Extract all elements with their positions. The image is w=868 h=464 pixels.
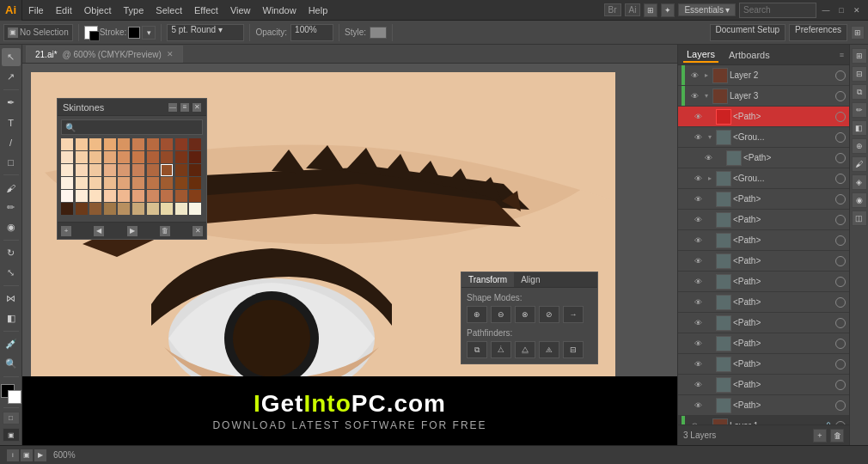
color-swatch[interactable] (147, 190, 159, 202)
layer-item[interactable]: 👁<Path> (678, 354, 849, 375)
layer-item[interactable]: 👁<Path> (678, 272, 849, 292)
minimize-button[interactable]: — (820, 4, 832, 16)
layer-item[interactable]: 👁▾Layer 3 (678, 86, 849, 107)
appearance-panel-button[interactable]: ◫ (852, 211, 867, 226)
pathfinder-trim-button[interactable]: ⧉ (467, 341, 487, 358)
align-tab[interactable]: Align (514, 272, 547, 287)
menu-help[interactable]: Help (303, 0, 334, 21)
style-swatch[interactable] (370, 27, 387, 39)
gradient-panel-button[interactable]: ◧ (852, 120, 867, 136)
stroke-dropdown[interactable]: ▾ (142, 26, 156, 40)
delete-layer-button[interactable]: 🗑 (830, 429, 844, 443)
shape-intersect-button[interactable]: ⊗ (515, 306, 535, 323)
add-swatch-button[interactable]: + (61, 226, 71, 236)
skintones-search-input[interactable] (61, 119, 203, 135)
layer-item[interactable]: 👁▾<Grou... (678, 127, 849, 148)
rect-tool-button[interactable]: □ (2, 153, 21, 171)
rotate-tool-button[interactable]: ↻ (2, 244, 21, 262)
layer-expand-button[interactable]: ▾ (702, 92, 711, 101)
color-swatch[interactable] (132, 138, 144, 150)
layer-target-indicator[interactable] (835, 256, 846, 266)
line-tool-button[interactable]: / (2, 133, 21, 151)
layer-expand-button[interactable] (716, 154, 724, 162)
layer-expand-button[interactable] (706, 113, 714, 121)
layer-expand-button[interactable] (706, 339, 714, 348)
color-swatch[interactable] (147, 164, 159, 176)
artboards-tab[interactable]: Artboards (725, 48, 773, 62)
layer-target-indicator[interactable] (835, 70, 846, 81)
color-swatch[interactable] (104, 151, 116, 163)
menu-type[interactable]: Type (118, 0, 150, 21)
layer-visibility-button[interactable]: 👁 (688, 70, 700, 82)
layer-visibility-button[interactable]: 👁 (692, 379, 704, 391)
layer-item[interactable]: 👁<Path> (678, 313, 849, 333)
color-swatch[interactable] (76, 164, 88, 176)
color-swatch[interactable] (89, 151, 101, 163)
menu-edit[interactable]: Edit (50, 0, 78, 21)
layer-target-indicator[interactable] (835, 112, 846, 122)
blend-tool-button[interactable]: ⋈ (2, 290, 21, 308)
color-swatch[interactable] (104, 203, 116, 215)
layer-item[interactable]: 👁<Path> (678, 292, 849, 313)
menu-file[interactable]: File (22, 0, 50, 21)
layer-item[interactable]: 👁<Path> (678, 107, 849, 127)
layer-expand-button[interactable]: ▸ (706, 174, 714, 183)
color-swatch[interactable] (161, 190, 173, 202)
status-more-button[interactable]: ▶ (34, 449, 46, 461)
layer-expand-button[interactable] (706, 278, 714, 286)
transform-panel-button[interactable]: ⊞ (852, 48, 867, 64)
layer-expand-button[interactable]: ▾ (706, 133, 714, 142)
color-swatch[interactable] (118, 164, 130, 176)
layer-visibility-button[interactable]: 👁 (692, 338, 704, 350)
color-swatch[interactable] (132, 151, 144, 163)
color-swatch[interactable] (189, 203, 201, 215)
pathfinder-merge-button[interactable]: ⧊ (491, 341, 511, 358)
drawing-mode-button[interactable]: □ (3, 412, 20, 424)
panel-close-button[interactable]: ✕ (193, 103, 201, 112)
layer-expand-button[interactable] (706, 319, 714, 327)
menu-select[interactable]: Select (150, 0, 188, 21)
color-swatch[interactable] (104, 177, 116, 189)
layers-tab[interactable]: Layers (683, 47, 718, 63)
layers-list[interactable]: 👁▸Layer 2👁▾Layer 3👁<Path>👁▾<Grou...👁<Pat… (678, 65, 849, 424)
status-info-button[interactable]: i (7, 449, 19, 461)
pen-tool-button[interactable]: ✒ (2, 94, 21, 112)
color-swatch[interactable] (61, 203, 73, 215)
pathfinder-minus-button[interactable]: ⊟ (563, 341, 584, 358)
layer-expand-button[interactable]: ▸ (702, 71, 711, 80)
color-swatch[interactable] (76, 177, 88, 189)
color-swatch[interactable] (76, 203, 88, 215)
color-swatch[interactable] (89, 164, 101, 176)
layer-visibility-button[interactable]: 👁 (702, 152, 714, 164)
color-swatch[interactable] (175, 164, 187, 176)
shape-add-button[interactable]: ⊕ (467, 306, 487, 323)
color-swatch[interactable] (147, 151, 159, 163)
layer-item[interactable]: 👁<Path> (678, 375, 849, 395)
color-swatch[interactable] (189, 177, 201, 189)
layer-item[interactable]: 👁<Path> (678, 210, 849, 230)
layer-item[interactable]: 👁<Path> (678, 333, 849, 354)
pencil-tool-button[interactable]: ✏ (2, 198, 21, 217)
color-swatch[interactable] (175, 190, 187, 202)
canvas-tab-active[interactable]: 21.ai* @ 600% (CMYK/Preview) ✕ (26, 46, 183, 63)
layer-visibility-button[interactable]: 👁 (692, 131, 704, 143)
workspace-selector[interactable]: Essentials ▾ (678, 3, 736, 16)
arrange-panels-icon[interactable]: ⊞ (851, 26, 865, 40)
color-swatch[interactable] (118, 138, 130, 150)
layer-target-indicator[interactable] (835, 91, 846, 101)
color-swatch[interactable] (61, 190, 73, 202)
color-swatch[interactable] (161, 138, 173, 150)
menu-view[interactable]: View (224, 0, 257, 21)
color-swatch[interactable] (104, 138, 116, 150)
blob-brush-tool-button[interactable]: ◉ (2, 218, 21, 236)
layer-visibility-button[interactable]: 👁 (688, 90, 700, 102)
shape-exclude-button[interactable]: ⊘ (539, 306, 559, 323)
doc-setup-button[interactable]: Document Setup (710, 24, 786, 41)
layer-target-indicator[interactable] (835, 153, 846, 163)
layer-visibility-button[interactable]: 👁 (692, 235, 704, 247)
shape-subtract-button[interactable]: ⊖ (491, 306, 511, 323)
layer-visibility-button[interactable]: 👁 (692, 358, 704, 370)
layer-target-indicator[interactable] (835, 215, 846, 225)
color-swatch[interactable] (76, 151, 88, 163)
layer-visibility-button[interactable]: 👁 (692, 193, 704, 205)
